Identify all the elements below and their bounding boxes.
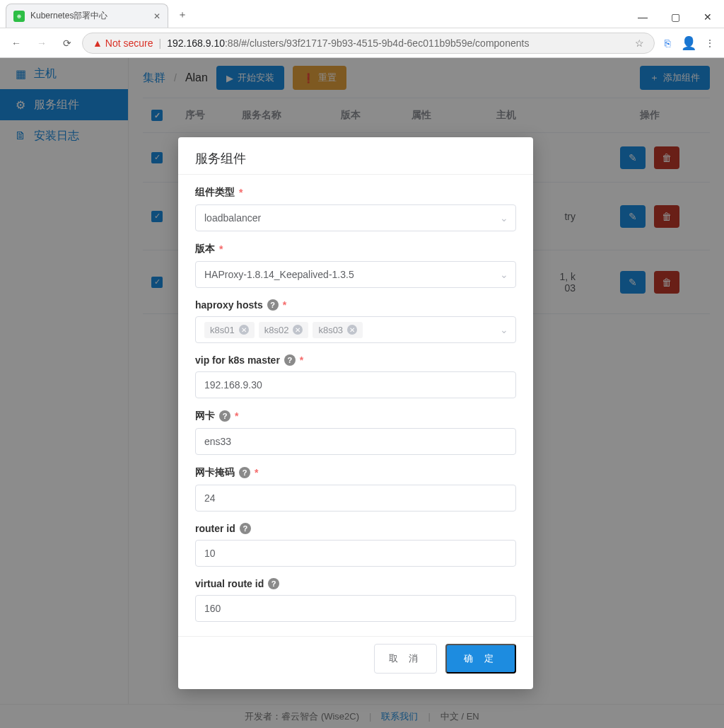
netmask-input[interactable] xyxy=(195,485,516,512)
bookmark-icon[interactable]: ☆ xyxy=(635,37,644,49)
remove-tag-icon[interactable]: ✕ xyxy=(239,325,249,335)
host-tag: k8s03✕ xyxy=(313,322,363,338)
browser-navbar: ← → ⟳ ▲ Not secure | 192.168.9.10:88/#/c… xyxy=(0,28,724,58)
help-icon[interactable]: ? xyxy=(284,354,296,366)
component-dialog: 服务组件 组件类型 * loadbalancer ⌄ 版本 * HAProxy-… xyxy=(178,137,533,689)
field-haproxy-hosts: haproxy hosts ? * k8s01✕ k8s02✕ k8s03✕ ⌄ xyxy=(195,299,516,343)
nic-input[interactable] xyxy=(195,428,516,455)
not-secure-badge: ▲ Not secure xyxy=(93,37,153,49)
router-id-input[interactable] xyxy=(195,540,516,567)
not-secure-label: Not secure xyxy=(105,37,153,49)
url-text: 192.168.9.10:88/#/clusters/93f21717-9b93… xyxy=(167,37,529,49)
remove-tag-icon[interactable]: ✕ xyxy=(293,325,303,335)
virtual-route-id-input[interactable] xyxy=(195,595,516,622)
dialog-title: 服务组件 xyxy=(178,137,533,175)
help-icon[interactable]: ? xyxy=(240,523,251,534)
tab-title: Kubernetes部署中心 xyxy=(30,10,107,22)
required-icon: * xyxy=(300,354,303,366)
field-vip: vip for k8s master ? * xyxy=(195,354,516,398)
help-icon[interactable]: ? xyxy=(219,410,230,422)
field-version: 版本 * HAProxy-1.8.14_Keepalived-1.3.5 ⌄ xyxy=(195,243,516,288)
help-icon[interactable]: ? xyxy=(268,578,279,589)
cancel-button[interactable]: 取 消 xyxy=(374,644,438,674)
menu-icon[interactable]: ⋮ xyxy=(701,35,718,52)
help-icon[interactable]: ? xyxy=(239,467,250,478)
new-tab-button[interactable]: ＋ xyxy=(173,5,192,25)
profile-icon[interactable]: 👤 xyxy=(680,35,697,52)
close-tab-icon[interactable]: ✕ xyxy=(153,11,160,21)
version-select[interactable]: HAProxy-1.8.14_Keepalived-1.3.5 ⌄ xyxy=(195,261,516,288)
chevron-down-icon: ⌄ xyxy=(500,324,508,335)
haproxy-hosts-select[interactable]: k8s01✕ k8s02✕ k8s03✕ ⌄ xyxy=(195,316,516,343)
field-nic: 网卡 ? * xyxy=(195,410,516,455)
field-netmask: 网卡掩码 ? * xyxy=(195,466,516,512)
minimize-icon[interactable]: — xyxy=(626,6,659,28)
window-controls: — ▢ ✕ xyxy=(626,6,724,28)
close-window-icon[interactable]: ✕ xyxy=(691,6,724,28)
field-router-id: router id ? xyxy=(195,523,516,567)
help-icon[interactable]: ? xyxy=(267,299,279,311)
host-tag: k8s02✕ xyxy=(259,322,309,338)
required-icon: * xyxy=(239,187,243,198)
required-icon: * xyxy=(255,467,258,478)
browser-tab[interactable]: ⎈ Kubernetes部署中心 ✕ xyxy=(6,4,168,28)
reload-icon[interactable]: ⟳ xyxy=(57,33,78,54)
warning-icon: ▲ xyxy=(93,37,103,49)
maximize-icon[interactable]: ▢ xyxy=(659,6,691,28)
required-icon: * xyxy=(219,243,223,255)
vip-input[interactable] xyxy=(195,371,516,398)
remove-tag-icon[interactable]: ✕ xyxy=(347,325,357,335)
address-bar[interactable]: ▲ Not secure | 192.168.9.10:88/#/cluster… xyxy=(82,33,655,54)
required-icon: * xyxy=(283,299,286,311)
extension-icon[interactable]: ⎘ xyxy=(659,35,676,52)
host-tag: k8s01✕ xyxy=(204,322,255,338)
forward-icon[interactable]: → xyxy=(31,33,52,54)
component-type-select[interactable]: loadbalancer ⌄ xyxy=(195,204,516,231)
back-icon[interactable]: ← xyxy=(6,33,27,54)
chevron-down-icon: ⌄ xyxy=(500,269,508,280)
browser-titlebar: ⎈ Kubernetes部署中心 ✕ ＋ — ▢ ✕ xyxy=(0,0,724,28)
required-icon: * xyxy=(235,410,238,422)
favicon-icon: ⎈ xyxy=(13,11,25,22)
chevron-down-icon: ⌄ xyxy=(500,212,508,224)
field-virtual-route-id: virtual route id ? xyxy=(195,578,516,622)
field-component-type: 组件类型 * loadbalancer ⌄ xyxy=(195,186,516,231)
ok-button[interactable]: 确 定 xyxy=(445,644,516,674)
